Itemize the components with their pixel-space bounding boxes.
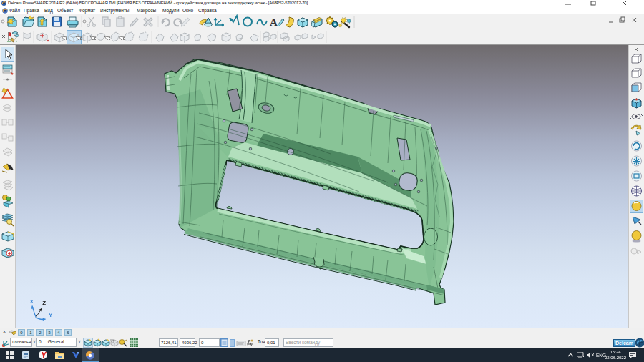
svg-text:A: A [270,16,278,28]
svg-text:X: X [29,298,34,305]
svg-text:Z: Z [42,300,46,306]
svg-text:Y: Y [49,312,53,318]
